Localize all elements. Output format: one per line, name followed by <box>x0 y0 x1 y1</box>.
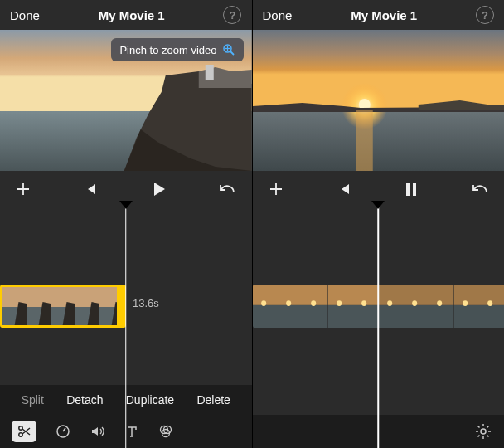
editor-pane-left: Done My Movie 1 ? Pinch to zoom video <box>0 0 253 448</box>
text-tool[interactable] <box>124 424 139 439</box>
playhead-marker <box>119 201 133 209</box>
clip-duration: 13.6s <box>133 297 159 309</box>
svg-rect-55 <box>454 305 479 328</box>
svg-rect-49 <box>404 305 429 328</box>
zoom-tooltip: Pinch to zoom video <box>111 38 243 61</box>
svg-rect-37 <box>303 305 327 328</box>
tooltip-text: Pinch to zoom video <box>119 44 216 56</box>
svg-line-4 <box>230 51 234 55</box>
video-preview[interactable] <box>253 30 505 171</box>
svg-rect-2 <box>206 65 214 80</box>
speed-tool[interactable] <box>55 423 71 440</box>
help-button[interactable]: ? <box>223 6 241 24</box>
detach-button[interactable]: Detach <box>66 393 103 407</box>
help-button[interactable]: ? <box>476 6 494 24</box>
add-media-button[interactable] <box>268 181 284 197</box>
svg-rect-27 <box>356 110 372 171</box>
svg-point-53 <box>437 300 442 306</box>
done-button[interactable]: Done <box>263 8 293 22</box>
header: Done My Movie 1 ? <box>253 0 505 30</box>
svg-point-59 <box>487 300 492 306</box>
pause-button[interactable] <box>404 181 419 197</box>
svg-rect-31 <box>253 305 278 328</box>
volume-tool[interactable] <box>90 423 106 440</box>
playhead-line[interactable] <box>125 207 127 448</box>
svg-point-60 <box>481 429 486 434</box>
svg-rect-40 <box>328 305 353 328</box>
done-button[interactable]: Done <box>10 8 40 22</box>
svg-rect-28 <box>406 183 410 196</box>
timeline[interactable]: 13.6s Split Detach Duplicate Delete <box>0 207 252 448</box>
magnify-icon <box>222 43 235 56</box>
svg-rect-16 <box>99 307 124 325</box>
svg-point-50 <box>412 300 417 306</box>
skip-back-button[interactable] <box>337 182 351 197</box>
svg-point-47 <box>387 300 392 306</box>
svg-point-56 <box>463 300 468 306</box>
svg-rect-34 <box>278 305 303 328</box>
svg-point-17 <box>19 426 22 430</box>
svg-rect-29 <box>413 183 416 196</box>
svg-rect-58 <box>479 305 504 328</box>
playhead-marker <box>371 201 385 209</box>
project-title: My Movie 1 <box>99 8 165 22</box>
add-media-button[interactable] <box>15 181 32 197</box>
svg-rect-46 <box>379 305 404 328</box>
video-preview[interactable]: Pinch to zoom video <box>0 30 252 171</box>
editor-pane-right: Done My Movie 1 ? <box>253 0 505 448</box>
duplicate-button[interactable]: Duplicate <box>126 393 174 407</box>
playhead-line[interactable] <box>378 207 380 448</box>
svg-rect-15 <box>99 287 124 307</box>
scissors-tool[interactable] <box>12 421 36 442</box>
svg-point-41 <box>337 300 342 306</box>
skip-back-button[interactable] <box>83 182 98 197</box>
svg-point-18 <box>19 433 22 436</box>
svg-rect-52 <box>429 305 453 328</box>
delete-button[interactable]: Delete <box>196 393 230 407</box>
undo-button[interactable] <box>218 181 236 197</box>
undo-button[interactable] <box>471 181 489 197</box>
video-clip-selected[interactable] <box>0 285 126 328</box>
preview-image <box>253 30 505 171</box>
play-button[interactable] <box>149 180 167 198</box>
filters-tool[interactable] <box>158 423 174 440</box>
timeline[interactable] <box>253 207 505 448</box>
svg-point-35 <box>286 300 291 306</box>
svg-rect-43 <box>353 305 378 328</box>
svg-point-38 <box>311 300 316 306</box>
settings-button[interactable] <box>474 422 492 441</box>
project-title: My Movie 1 <box>351 8 417 22</box>
svg-point-32 <box>261 300 266 306</box>
split-button[interactable]: Split <box>22 393 44 407</box>
header: Done My Movie 1 ? <box>0 0 252 30</box>
svg-point-44 <box>361 300 366 306</box>
